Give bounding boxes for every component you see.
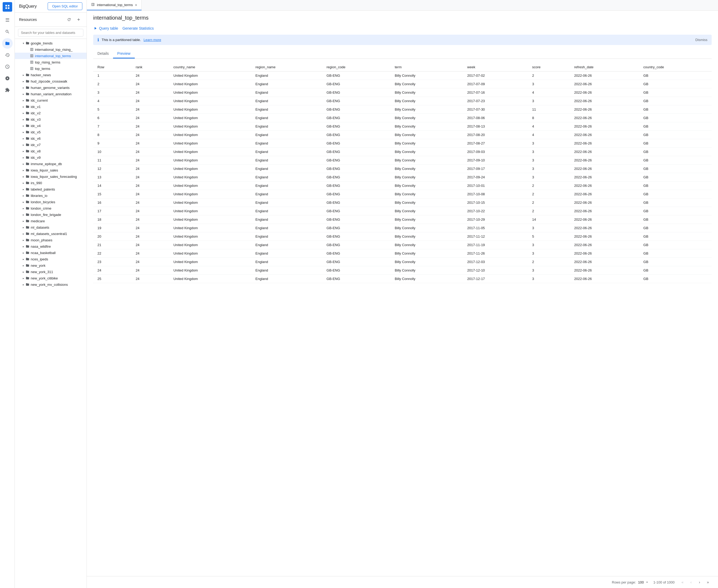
history-icon[interactable] [2,50,13,60]
next-page-button[interactable]: › [696,579,703,586]
cell-term: Billy Connolly [390,224,463,232]
sidebar-item-international_top_terms[interactable]: international_top_terms [15,52,86,59]
sidebar-item-label-human_genome_variants: human_genome_variants [31,86,69,90]
sidebar-item-labeled_patents[interactable]: ▸labeled_patents [15,186,86,192]
schedule-icon[interactable] [2,61,13,72]
data-table: Rowrankcountry_nameregion_nameregion_cod… [93,63,712,283]
first-page-button[interactable]: « [679,579,686,586]
sidebar-item-ncaa_basketball[interactable]: ▸ncaa_basketball [15,250,86,256]
search-input[interactable] [18,29,83,37]
cell-term: Billy Connolly [390,97,463,105]
sidebar-item-idc_v2[interactable]: ▸idc_v2 [15,110,86,116]
rows-per-page: Rows per page: 100 [612,580,649,584]
sidebar-item-idc_v8[interactable]: ▸idc_v8 [15,148,86,154]
active-tab[interactable]: international_top_terms × [87,0,142,10]
rows-dropdown[interactable]: 100 [638,580,649,584]
sidebar-item-new_york_mv_collisions[interactable]: ▸new_york_mv_collisions [15,281,86,288]
cell-rank: 24 [131,80,169,88]
sidebar-item-nces_ipeds[interactable]: ▸nces_ipeds [15,256,86,262]
sidebar-item-human_variant_annotation[interactable]: ▸human_variant_annotation [15,91,86,97]
cell-region_code: GB-ENG [322,198,390,207]
cell-region_name: England [251,224,322,232]
sidebar-item-top_terms[interactable]: top_terms [15,65,86,72]
explore-icon[interactable] [2,73,13,84]
sidebar-item-nasa_wildfire[interactable]: ▸nasa_wildfire [15,243,86,250]
sidebar-item-hud_zipcode_crosswalk[interactable]: ▸hud_zipcode_crosswalk [15,78,86,84]
sidebar-item-moon_phases[interactable]: ▸moon_phases [15,237,86,243]
cell-country_code: GB [639,232,712,241]
last-page-button[interactable]: » [704,579,712,586]
extensions-icon[interactable] [2,85,13,95]
open-sql-button[interactable]: Open SQL editor [48,2,82,10]
cell-rank: 24 [131,139,169,148]
sidebar-item-london_crime[interactable]: ▸london_crime [15,205,86,211]
sidebar-item-ml_datasets_uscentral1[interactable]: ▸ml_datasets_uscentral1 [15,230,86,237]
cell-Row: 21 [93,241,131,249]
cell-region_name: England [251,165,322,173]
add-button[interactable] [75,16,82,23]
sidebar-item-label-iowa_liquor_sales: iowa_liquor_sales [31,168,58,172]
learn-more-link[interactable]: Learn more [143,38,161,42]
cell-Row: 16 [93,198,131,207]
generate-statistics-button[interactable]: Generate Statistics [122,25,153,31]
prev-page-button[interactable]: ‹ [687,579,695,586]
sidebar-item-irs_990[interactable]: ▸irs_990 [15,180,86,186]
cell-region_name: England [251,131,322,139]
search-nav-icon[interactable] [2,26,13,37]
tab-preview[interactable]: Preview [113,49,135,59]
sidebar-item-idc_v9[interactable]: ▸idc_v9 [15,154,86,161]
sidebar-item-idc_v6[interactable]: ▸idc_v6 [15,135,86,142]
sidebar-item-international_top_rising[interactable]: international_top_rising_ [15,46,86,52]
sidebar-item-iowa_liquor_sales_forecasting[interactable]: ▸iowa_liquor_sales_forecasting [15,173,86,180]
tab-details[interactable]: Details [93,49,113,59]
sidebar-item-hacker_news[interactable]: ▸hacker_news [15,72,86,78]
cell-week: 2017-07-23 [463,97,528,105]
cell-score: 2 [528,198,570,207]
sidebar-item-label-libraries_io: libraries_io [31,194,47,198]
sidebar-item-idc_v7[interactable]: ▸idc_v7 [15,142,86,148]
sidebar-item-label-ml_datasets: ml_datasets [31,226,49,229]
sidebar-item-ml_datasets[interactable]: ▸ml_datasets [15,224,86,230]
table-row: 1824United KingdomEnglandGB-ENGBilly Con… [93,215,712,224]
sidebar-item-immune_epitope_db[interactable]: ▸immune_epitope_db [15,161,86,167]
cell-rank: 24 [131,97,169,105]
col-header-Row: Row [93,63,131,71]
sidebar-item-human_genome_variants[interactable]: ▸human_genome_variants [15,84,86,91]
refresh-button[interactable] [65,16,73,23]
sidebar-item-new_york_311[interactable]: ▸new_york_311 [15,269,86,275]
sidebar-item-idc_v4[interactable]: ▸idc_v4 [15,123,86,129]
sidebar-item-label-idc_v3: idc_v3 [31,118,41,122]
cell-week: 2017-10-22 [463,207,528,215]
cell-region_code: GB-ENG [322,249,390,258]
sidebar-item-google_trends[interactable]: ▾google_trends [15,40,86,46]
info-text: This is a partitioned table. [102,38,141,42]
sidebar-item-idc_v5[interactable]: ▸idc_v5 [15,129,86,135]
sidebar-item-iowa_liquor_sales[interactable]: ▸iowa_liquor_sales [15,167,86,173]
tabs-bar: international_top_terms × [87,0,718,10]
query-table-button[interactable]: Query table [93,25,118,31]
sidebar-item-label-top_rising_terms: top_rising_terms [35,60,60,64]
sidebar-item-label-ncaa_basketball: ncaa_basketball [31,251,56,255]
sidebar-item-medicare[interactable]: ▸medicare [15,218,86,224]
sidebar-item-london_fire_brigade[interactable]: ▸london_fire_brigade [15,211,86,218]
sidebar-item-idc_current[interactable]: ▸idc_current [15,97,86,103]
cell-region_code: GB-ENG [322,207,390,215]
sidebar-item-idc_v3[interactable]: ▸idc_v3 [15,116,86,123]
cell-score: 3 [528,165,570,173]
sidebar-item-libraries_io[interactable]: ▸libraries_io [15,192,86,199]
cell-Row: 12 [93,165,131,173]
menu-icon[interactable]: ☰ [2,15,13,25]
cell-country_code: GB [639,190,712,198]
sidebar-item-label-labeled_patents: labeled_patents [31,187,55,191]
page-title: international_top_terms [93,15,712,21]
resources-icon[interactable] [2,38,13,49]
dismiss-button[interactable]: Dismiss [696,38,708,42]
table-row: 824United KingdomEnglandGB-ENGBilly Conn… [93,131,712,139]
sidebar-item-idc_v1[interactable]: ▸idc_v1 [15,103,86,110]
table-row: 424United KingdomEnglandGB-ENGBilly Conn… [93,97,712,105]
sidebar-item-top_rising_terms[interactable]: top_rising_terms [15,59,86,65]
sidebar-item-new_york_citibike[interactable]: ▸new_york_citibike [15,275,86,281]
sidebar-item-new_york[interactable]: ▸new_york [15,262,86,269]
sidebar-item-london_bicycles[interactable]: ▸london_bicycles [15,199,86,205]
tab-close-button[interactable]: × [135,3,137,7]
